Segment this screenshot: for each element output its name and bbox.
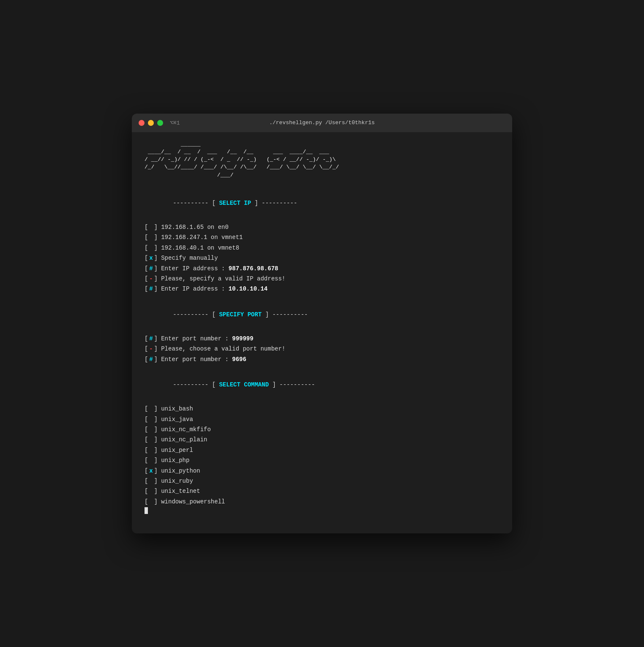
command-name: unix_ruby	[158, 476, 193, 486]
select-ip-dashes-left: ---------- [	[173, 200, 219, 207]
bracket-open: [	[145, 233, 148, 242]
maximize-button[interactable]	[157, 120, 163, 126]
indicator-selected: x	[148, 466, 154, 476]
bracket-open: [	[145, 274, 148, 283]
bracket-open: [	[145, 264, 148, 273]
port-value-invalid: 999999	[232, 334, 253, 343]
select-command-dashes-right: ] ----------	[269, 381, 315, 388]
bracket-close: ]	[154, 274, 157, 283]
line-text: Enter IP address :	[158, 284, 229, 294]
list-item: [ ] unix_perl	[145, 446, 499, 455]
bracket-close: ]	[154, 415, 157, 424]
indicator-selected: x	[148, 253, 154, 263]
bracket-close: ]	[154, 425, 157, 434]
bracket-close: ]	[154, 456, 157, 465]
bracket-close: ]	[154, 334, 157, 343]
bracket-close: ]	[154, 446, 157, 455]
list-item: [ ] unix_bash	[145, 404, 499, 413]
bracket-close: ]	[154, 466, 157, 476]
list-item: [ ] windows_powershell	[145, 497, 499, 506]
line-text: 192.168.1.65 on en0	[158, 223, 229, 232]
close-button[interactable]	[139, 120, 145, 126]
indicator-empty	[148, 446, 154, 455]
bracket-close: ]	[154, 344, 157, 353]
bracket-close: ]	[154, 284, 157, 294]
bracket-open: [	[145, 415, 148, 424]
indicator-hash: #	[148, 334, 154, 343]
terminal-window: ⌥⌘1 ./revshellgen.py /Users/t0thkr1s ___…	[132, 114, 512, 533]
error-text: Please, choose a valid port number!	[158, 344, 285, 353]
command-name: unix_nc_plain	[158, 435, 207, 444]
command-name: windows_powershell	[158, 497, 225, 506]
select-ip-header: ---------- [ SELECT IP ] ----------	[145, 189, 499, 217]
select-command-header: ---------- [ SELECT COMMAND ] ----------	[145, 371, 499, 399]
list-item: [ ] 192.168.40.1 on vmnet8	[145, 243, 499, 253]
minimize-button[interactable]	[148, 120, 154, 126]
bracket-close: ]	[154, 264, 157, 273]
select-command-section: ---------- [ SELECT COMMAND ] ----------…	[145, 371, 499, 514]
bracket-open: [	[145, 456, 148, 465]
specify-port-label: SPECIFY PORT	[219, 311, 262, 318]
indicator-empty	[148, 223, 154, 232]
bracket-open: [	[145, 223, 148, 232]
bracket-close: ]	[154, 243, 157, 253]
list-item: [ ] unix_telnet	[145, 487, 499, 496]
bracket-close: ]	[154, 404, 157, 413]
indicator-empty	[148, 243, 154, 253]
select-ip-dashes-right: ] ----------	[251, 200, 297, 207]
bracket-close: ]	[154, 253, 157, 263]
terminal-content: ______ ____/__ / __ / ___ /__ /__ ___ __…	[132, 132, 512, 533]
command-name: unix_python	[158, 466, 200, 476]
list-item: [ ] unix_ruby	[145, 476, 499, 486]
indicator-empty	[148, 487, 154, 496]
specify-port-dashes-right: ] ----------	[262, 311, 308, 318]
bracket-close: ]	[154, 233, 157, 242]
prompt-line: [#] Enter IP address : 10.10.10.14	[145, 284, 499, 294]
command-name: unix_telnet	[158, 487, 200, 496]
bracket-open: [	[145, 253, 148, 263]
command-name: unix_bash	[158, 404, 193, 413]
indicator-hash: #	[148, 264, 154, 273]
bracket-close: ]	[154, 355, 157, 364]
error-text: Please, specify a valid IP address!	[158, 274, 285, 283]
line-text: Enter port number :	[158, 355, 232, 364]
command-name: unix_perl	[158, 446, 193, 455]
keyboard-shortcut: ⌥⌘1	[170, 120, 180, 126]
terminal-cursor	[145, 507, 148, 514]
list-item: [ ] unix_java	[145, 415, 499, 424]
command-name: unix_java	[158, 415, 193, 424]
indicator-empty	[148, 476, 154, 486]
indicator-empty	[148, 415, 154, 424]
indicator-empty	[148, 435, 154, 444]
select-ip-label: SELECT IP	[219, 200, 251, 207]
bracket-open: [	[145, 466, 148, 476]
window-title: ./revshellgen.py /Users/t0thkr1s	[269, 120, 375, 126]
indicator-empty	[148, 425, 154, 434]
indicator-error: -	[148, 274, 154, 283]
line-text: Enter port number :	[158, 334, 232, 343]
bracket-open: [	[145, 404, 148, 413]
specify-port-section: ---------- [ SPECIFY PORT ] ---------- […	[145, 301, 499, 364]
command-name: unix_nc_mkfifo	[158, 425, 211, 434]
line-text: 192.168.247.1 on vmnet1	[158, 233, 243, 242]
list-item: [ ] unix_php	[145, 456, 499, 465]
bracket-open: [	[145, 334, 148, 343]
port-value-valid: 9696	[232, 355, 246, 364]
select-ip-section: ---------- [ SELECT IP ] ---------- [ ] …	[145, 189, 499, 294]
select-command-dashes-left: ---------- [	[173, 381, 219, 388]
cursor-line	[145, 507, 499, 514]
ip-value-invalid: 987.876.98.678	[229, 264, 278, 273]
bracket-close: ]	[154, 223, 157, 232]
indicator-hash: #	[148, 284, 154, 294]
prompt-line: [#] Enter port number : 9696	[145, 355, 499, 364]
bracket-open: [	[145, 344, 148, 353]
list-item: [ ] 192.168.1.65 on en0	[145, 223, 499, 232]
indicator-empty	[148, 456, 154, 465]
bracket-close: ]	[154, 435, 157, 444]
specify-port-header: ---------- [ SPECIFY PORT ] ----------	[145, 301, 499, 329]
list-item: [ ] unix_nc_plain	[145, 435, 499, 444]
bracket-open: [	[145, 446, 148, 455]
bracket-open: [	[145, 425, 148, 434]
indicator-empty	[148, 497, 154, 506]
indicator-hash: #	[148, 355, 154, 364]
